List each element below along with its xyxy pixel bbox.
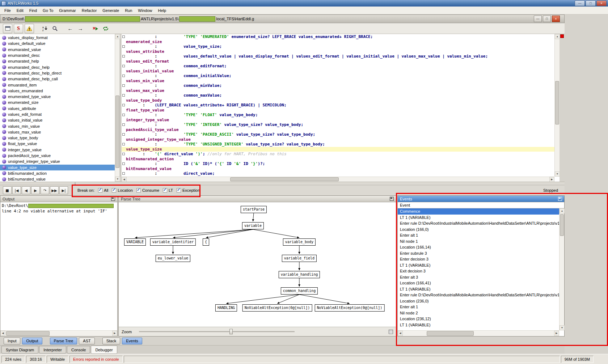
breakpoint-box-icon[interactable] [122,162,125,165]
scroll-left-icon[interactable]: ◀ [122,177,127,182]
rule-item[interactable]: values_enumarated [0,88,115,94]
editor-content[interactable]: : 'TYPE' 'ENUMERATED' enumerated_size? L… [122,34,554,177]
scroll-left-icon[interactable]: ◀ [398,331,403,336]
checkbox-icon[interactable] [136,188,141,192]
step-over-button[interactable]: ↷ [41,186,49,194]
event-row[interactable]: Enter decision 3 [398,256,559,262]
scroll-down-icon[interactable]: ▼ [560,325,565,330]
breakpoint-box-icon[interactable] [122,133,125,136]
editor-line[interactable]: : value_type_size; [122,44,554,49]
editor-line[interactable]: : values_default_value | values_display_… [122,54,554,59]
editor-line[interactable]: : 'TYPE' 'ENUMERATED' enumerated_size? L… [122,34,554,39]
tree-node[interactable]: common_handling [281,287,318,295]
tree-node[interactable]: eu_lower_value [156,255,190,262]
breakpoint-box-icon[interactable] [122,45,125,48]
menu-item-refactor[interactable]: Refactor [79,7,100,14]
editor-line[interactable]: bitEnumarated_action [122,157,554,162]
breakpoint-box-icon[interactable] [122,104,125,106]
breakpoint-box-icon[interactable] [122,114,125,116]
editor-line[interactable]: bitEnumarated_value [122,166,554,172]
rule-item[interactable]: enumerated_type_value [0,94,115,100]
editor-line[interactable]: packedAscii_type_value [122,127,554,132]
editor-line[interactable]: unsigned_integer_type_value [122,137,554,142]
menu-item-find[interactable]: Find [26,7,40,14]
breakon-checkbox-all[interactable]: All [98,188,108,192]
event-row[interactable]: Enter subrule 3 [398,250,559,257]
editor-line[interactable]: : 'TYPE' 'UNSIGNED_INTEGER' value_type_s… [122,142,554,147]
rule-item[interactable]: bitEnumarated_value [0,176,115,182]
editor-hscrollbar[interactable]: ◀ ▶ [122,177,554,182]
tab-syntax-diagram[interactable]: Syntax Diagram [1,346,38,354]
breakpoint-box-icon[interactable] [122,153,125,155]
menu-item-grammar[interactable]: Grammar [56,7,79,14]
zoom-slider-thumb[interactable] [229,329,233,334]
panel-toggle-events[interactable]: Events [122,338,142,344]
detach-panel-icon[interactable] [111,197,115,201]
event-row[interactable]: LT 1 (VARIABLE) [398,262,559,268]
breakon-checkbox-consume[interactable]: Consume [136,188,159,192]
output-hscrollbar[interactable]: ◀ ▶ [0,330,117,336]
rule-item[interactable]: integer_type_value [0,147,115,153]
tab-debugger[interactable]: Debugger [91,346,117,354]
doc-maximize-icon[interactable]: □ [543,16,551,22]
scroll-up-icon[interactable]: ▲ [115,34,120,39]
menu-item-help[interactable]: Help [155,7,169,14]
editor-line[interactable]: enumerated_size [122,39,554,45]
rule-item[interactable]: values_max_value [0,129,115,135]
horizontal-splitter[interactable]: ↕ [0,182,565,185]
editor-line[interactable]: : 'TYPE' 'PACKED_ASCII' value_type_size?… [122,132,554,137]
rule-item[interactable]: values_default_value [0,41,115,46]
panel-toggle-parse-tree[interactable]: Parse Tree [50,338,77,344]
rule-item[interactable]: enumerated_size [0,100,115,105]
breakon-checkbox-lt[interactable]: LT [163,188,173,192]
scroll-down-icon[interactable]: ▼ [555,172,560,177]
go-to-start-button[interactable]: |◀ [12,186,21,194]
breakpoint-box-icon[interactable] [122,75,125,77]
scroll-up-icon[interactable]: ▲ [555,34,560,39]
doc-close-icon[interactable]: × [552,16,560,22]
scroll-right-icon[interactable]: ▶ [112,331,117,336]
rule-item[interactable]: values_attribute [0,106,115,111]
tree-node[interactable]: NoViableAltException(0@[null]) [242,304,312,312]
rule-item[interactable]: enumarated_desc_help [0,64,115,70]
panel-toggle-input[interactable]: Input [4,338,20,344]
tree-node[interactable]: { [203,238,209,246]
event-row[interactable]: Commence [398,208,559,215]
parse-tree-canvas[interactable]: startParsevariableVARIABLEvariable_ident… [119,202,396,327]
tree-node[interactable]: variable_body [283,238,316,246]
menu-item-go-to[interactable]: Go To [40,7,56,14]
editor-line[interactable]: values_min_value [122,79,554,84]
scroll-down-icon[interactable]: ▼ [115,177,120,182]
event-row[interactable]: LT 1 (VARIABLE) [398,215,559,221]
event-row[interactable]: Enter rule D:\DevRoot\IndustrialMobileAu… [398,220,559,227]
scroll-up-icon[interactable]: ▲ [560,208,565,213]
rule-item[interactable]: value_type_body [0,135,115,141]
breakpoint-box-icon[interactable] [122,123,125,126]
warnings-button[interactable] [25,24,34,33]
checkbox-icon[interactable] [177,188,181,192]
splitter-handle-icon[interactable]: ↕ [74,181,76,185]
debug-remote-button[interactable] [101,24,110,33]
editor-line[interactable]: : common_maxValue; [122,93,554,98]
syntax-check-button[interactable]: S [14,24,23,33]
event-row[interactable]: Location (166,0) [398,227,559,233]
menu-item-edit[interactable]: Edit [14,7,26,14]
find-button[interactable] [51,24,59,33]
rule-item[interactable]: enumarated_value [0,47,115,52]
event-row[interactable]: LT 1 (VARIABLE) [398,322,559,328]
tree-node[interactable]: NoViableAltException(0@[null]) [315,304,385,312]
rule-item[interactable]: enumarated_desc [0,52,115,58]
editor-line[interactable]: values_edit_format [122,59,554,64]
breakpoint-box-icon[interactable] [122,172,125,175]
rule-item[interactable]: bitEnumarated_action [0,170,115,176]
editor-line[interactable]: : common_initialValue; [122,73,554,79]
tree-node[interactable]: variable_identifier [150,238,196,246]
rule-item[interactable]: value_type_size [0,165,115,170]
event-row[interactable]: Nil node 2 [398,310,559,316]
editor-line[interactable]: integer_type_value [122,118,554,123]
editor-line[interactable]: : common_editFormat; [122,64,554,69]
close-icon[interactable]: × [596,0,607,6]
panel-toggle-stack[interactable]: Stack [102,338,121,344]
editor-vscrollbar[interactable]: ▲ ▼ [554,34,560,177]
maximize-icon[interactable]: □ [586,0,596,6]
